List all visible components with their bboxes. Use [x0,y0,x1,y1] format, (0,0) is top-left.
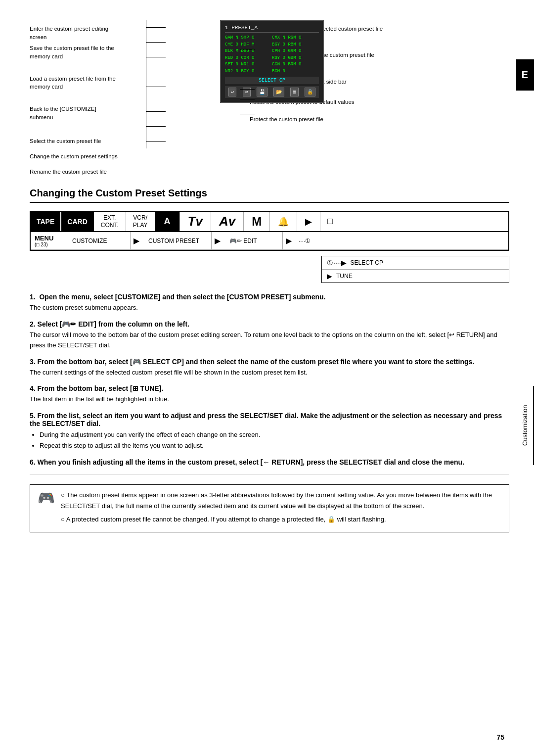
tick5 [146,111,166,112]
nav-icon-bell: 🔔 [270,212,297,231]
diagram-center: 1 PRESET_A GAM N SHP 0CMX N RGM 0 CYE 0 … [131,20,240,176]
step-2-desc: The cursor will move to the bottom bar o… [30,330,509,351]
step-1: 1. Open the menu, select [CUSTOMIZE] and… [30,293,509,313]
step-2: 2. Select [🎮✏ EDIT] from the column on t… [30,320,509,351]
note-2: A protected custom preset file cannot be… [61,514,502,525]
menu-page-ref: (□ 23) [35,242,62,247]
step-3-title: 3. From the bottom bar, select [🎮 SELECT… [30,358,509,366]
submenu-row-tune: ▶ TUNE [322,270,509,283]
cam-icon-return: ↩ [228,88,236,96]
ann4: Back to the [CUSTOMIZE] submenu [30,105,121,121]
cam-icon-lock: 🔒 [305,88,315,96]
section-heading: Changing the Custom Preset Settings [30,188,509,203]
side-tab-e: E [516,59,534,91]
ann5: Select the custom preset file [30,137,121,145]
step-3: 3. From the bottom bar, select [🎮 SELECT… [30,358,509,378]
page-container: E Customization Enter the custom preset … [0,0,534,756]
nav-icon-play: ▶ [297,212,320,231]
menu-arrow1: ▶ [131,232,142,249]
menu-arrow2: ▶ [212,232,223,249]
side-customization-label: Customization [516,386,534,465]
step-1-title: 1. Open the menu, select [CUSTOMIZE] and… [30,293,509,301]
screen-row-3: BLK M DBU 0CPH 0 GRM 0 [225,48,319,55]
submenu-arrow-tune: ▶ [327,272,332,280]
screen-row-2: CYE 0 HDF MBGY 0 RBM 0 [225,42,319,48]
note-box: 🎮 The custom preset items appear in one … [30,484,509,532]
step-5-bullet-2: Repeat this step to adjust all the items… [40,440,509,451]
menu-custom-preset-cell: CUSTOM PRESET [142,232,212,249]
ann7: Rename the custom preset file [30,168,121,176]
menu-edit-cell: 🎮✏ EDIT [223,232,283,249]
step-4-desc: The first item in the list will be highl… [30,394,509,405]
cam-icon-load: 📂 [273,88,284,96]
menu-main-row: MENU (□ 23) CUSTOMIZE ▶ CUSTOM PRESET ▶ … [31,232,508,250]
step-3-desc: The current settings of the selected cus… [30,368,509,378]
diagram-vline [146,20,146,148]
camera-screen: 1 PRESET_A GAM N SHP 0CMX N RGM 0 CYE 0 … [161,20,240,103]
nav-vcr-play: VCR/PLAY [126,212,155,231]
step-5-title: 5. From the list, select an item you wan… [30,412,509,427]
cam-icon-tune: ⊞ [290,88,298,96]
screen-row-6: NR2 0 BGY 0BGM 0 [225,68,319,75]
screen-row-5: SET 0 NR1 0GGN 0 BRM 0 [225,61,319,68]
menu-label-block: MENU (□ 23) [31,232,66,249]
menu-dots: ····① [295,232,314,249]
tick6 [146,126,166,127]
menu-label-text: MENU [35,235,62,242]
camera-select-cp: SELECT CP [225,77,319,84]
ann2: Save the custom preset file to the memor… [30,44,121,60]
cam-icon-save: 💾 [257,88,267,96]
main-steps: 1. Open the menu, select [CUSTOMIZE] and… [30,293,509,466]
right-tick1 [240,24,255,24]
step-5-bullet-1: During the adjustment you can verify the… [40,429,509,440]
note-text: The custom preset items appear in one sc… [61,490,502,526]
step-4-title: 4. From the bottom bar, select [⊞ TUNE]. [30,384,509,392]
ann3: Load a custom preset file from the memor… [30,75,121,91]
note-1: The custom preset items appear in one sc… [61,490,502,512]
r5: Protect the custom preset file [250,115,509,124]
screen-row-4: RED 0 COR 0RGY 0 GBM 0 [225,55,319,62]
nav-bar-top: TAPE CARD EXT.CONT. VCR/PLAY A Tv Av M 🔔… [31,212,508,232]
camera-icons-bar: ↩ ⇌ 💾 📂 ⊞ 🔒 [225,86,319,98]
nav-card: CARD [60,212,93,231]
step-6: 6. When you finish adjusting all the ite… [30,458,509,466]
submenu-box: ①····▶ SELECT CP ▶ TUNE [321,256,509,283]
step-6-title: 6. When you finish adjusting all the ite… [30,458,509,466]
ann1: Enter the custom preset editing screen [30,25,121,41]
nav-icon-a: A [155,212,180,231]
top-diagram-section: Enter the custom preset editing screen S… [30,20,509,176]
submenu-tune: TUNE [336,273,353,280]
camera-screen-title: 1 PRESET_A [225,25,319,33]
step-1-desc: The custom preset submenu appears. [30,303,509,313]
submenu-select-cp: SELECT CP [351,259,383,266]
ann6: Change the custom preset settings [30,152,121,161]
submenu-row-select: ①····▶ SELECT CP [322,256,509,270]
submenu-container: ①····▶ SELECT CP ▶ TUNE [30,256,509,283]
left-annotations: Enter the custom preset editing screen S… [30,20,121,176]
nav-tape: TAPE [31,212,60,231]
note-icon: 🎮 [37,490,55,506]
step-2-title: 2. Select [🎮✏ EDIT] from the column on t… [30,320,509,328]
nav-ext-cont: EXT.CONT. [94,212,126,231]
right-tick2 [240,49,255,50]
step-4: 4. From the bottom bar, select [⊞ TUNE].… [30,384,509,405]
right-tick3 [240,89,255,90]
submenu-arrow-select: ①····▶ [327,259,347,267]
nav-icon-av: Av [211,212,244,231]
menu-arrow3: ▶ [283,232,295,249]
page-number: 75 [496,733,504,741]
right-tick4 [240,99,255,99]
screen-row-1: GAM N SHP 0CMX N RGM 0 [225,35,319,42]
menu-customize-cell: CUSTOMIZE [66,232,131,249]
nav-icon-square: □ [320,212,340,231]
step-5-bullets: During the adjustment you can verify the… [40,429,509,451]
right-tick5 [240,114,255,114]
nav-icon-m: M [244,212,270,231]
camera-screen-display: 1 PRESET_A GAM N SHP 0CMX N RGM 0 CYE 0 … [220,20,324,103]
nav-icon-tv: Tv [180,212,211,231]
tick7 [146,141,166,142]
divider-line [30,474,509,474]
step-5: 5. From the list, select an item you wan… [30,412,509,451]
nav-bar-container: TAPE CARD EXT.CONT. VCR/PLAY A Tv Av M 🔔… [30,211,509,251]
